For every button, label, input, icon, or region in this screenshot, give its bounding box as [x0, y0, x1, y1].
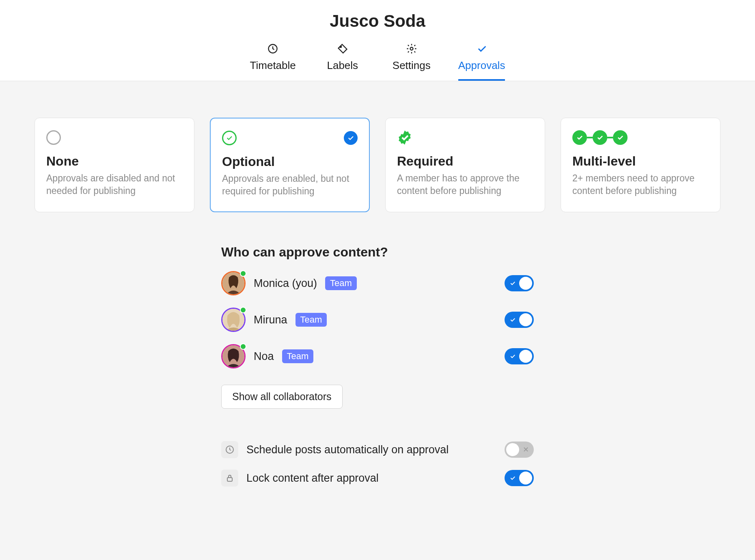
circle-outline-icon [46, 130, 61, 145]
approver-row: Monica (you) Team [221, 271, 534, 295]
team-badge: Team [282, 349, 314, 363]
team-badge: Team [325, 276, 357, 290]
avatar [221, 271, 246, 295]
team-badge: Team [296, 313, 327, 327]
tab-approvals[interactable]: Approvals [458, 43, 505, 81]
svg-point-1 [340, 46, 341, 48]
tab-labels[interactable]: Labels [320, 43, 365, 81]
tabs: Timetable Labels Settings Approvals [0, 43, 755, 81]
lock-icon [221, 470, 238, 487]
option-title: Optional [222, 154, 358, 169]
tab-label: Timetable [250, 59, 296, 72]
x-icon: ✕ [523, 445, 529, 454]
svg-rect-10 [227, 478, 232, 481]
seal-check-icon [397, 130, 412, 145]
header: Jusco Soda Timetable Labels Settings App… [0, 0, 755, 81]
avatar [221, 308, 246, 332]
option-desc: Approvals are enabled, but not required … [222, 172, 358, 198]
svg-point-2 [410, 47, 413, 50]
clock-icon [221, 441, 238, 458]
tab-label: Labels [327, 59, 358, 72]
approvers-title: Who can approve content? [221, 245, 534, 260]
multi-check-icon [572, 130, 628, 145]
option-title: Multi-level [572, 154, 709, 169]
main: None Approvals are disabled and not need… [0, 81, 755, 560]
setting-toggle[interactable]: ✕ [505, 442, 534, 458]
check-icon [476, 43, 488, 54]
avatar [221, 344, 246, 368]
tab-label: Approvals [458, 59, 505, 72]
option-desc: Approvals are disabled and not needed fo… [46, 172, 183, 197]
clock-icon [267, 43, 278, 54]
tag-icon [337, 43, 348, 54]
option-desc: 2+ members need to approve content befor… [572, 172, 709, 197]
option-title: Required [397, 154, 533, 169]
approver-toggle[interactable] [505, 348, 534, 364]
setting-label: Lock content after approval [246, 472, 379, 485]
option-title: None [46, 154, 183, 169]
tab-settings[interactable]: Settings [389, 43, 434, 81]
approval-options: None Approvals are disabled and not need… [18, 118, 737, 212]
approver-row: Noa Team [221, 344, 534, 368]
option-optional[interactable]: Optional Approvals are enabled, but not … [210, 118, 370, 212]
setting-lock-content: Lock content after approval [221, 470, 534, 487]
approver-name: Noa [254, 350, 274, 363]
approver-name: Miruna [254, 314, 287, 326]
status-dot-icon [240, 343, 246, 350]
approvers-section: Who can approve content? Monica (you) Te… [221, 245, 534, 487]
option-none[interactable]: None Approvals are disabled and not need… [35, 118, 194, 212]
option-multi-level[interactable]: Multi-level 2+ members need to approve c… [561, 118, 720, 212]
gear-icon [406, 43, 417, 54]
approver-toggle[interactable] [505, 312, 534, 328]
check-circle-icon [222, 131, 237, 145]
setting-label: Schedule posts automatically on approval [246, 444, 449, 456]
setting-toggle[interactable] [505, 470, 534, 486]
status-dot-icon [240, 270, 246, 277]
status-dot-icon [240, 307, 246, 313]
page-title: Jusco Soda [0, 11, 755, 31]
selected-badge-icon [344, 131, 358, 145]
approver-name: Monica (you) [254, 277, 317, 290]
tab-label: Settings [393, 59, 431, 72]
approver-toggle[interactable] [505, 275, 534, 291]
setting-auto-schedule: Schedule posts automatically on approval… [221, 441, 534, 458]
option-desc: A member has to approve the content befo… [397, 172, 533, 197]
approver-row: Miruna Team [221, 308, 534, 332]
show-all-collaborators-button[interactable]: Show all collaborators [221, 385, 343, 409]
option-required[interactable]: Required A member has to approve the con… [385, 118, 545, 212]
tab-timetable[interactable]: Timetable [250, 43, 296, 81]
